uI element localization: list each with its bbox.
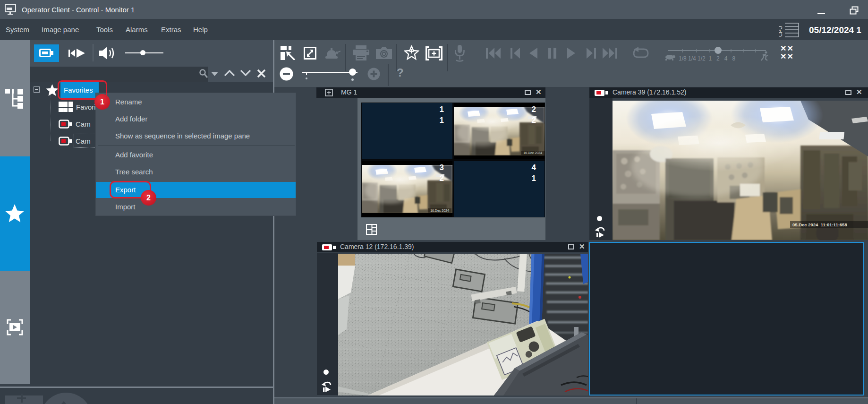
svg-text:05.Dec 2024 11:01:11:658: 05.Dec 2024 11:01:11:658: [792, 222, 847, 227]
svg-text:CPU: CPU: [779, 26, 783, 37]
